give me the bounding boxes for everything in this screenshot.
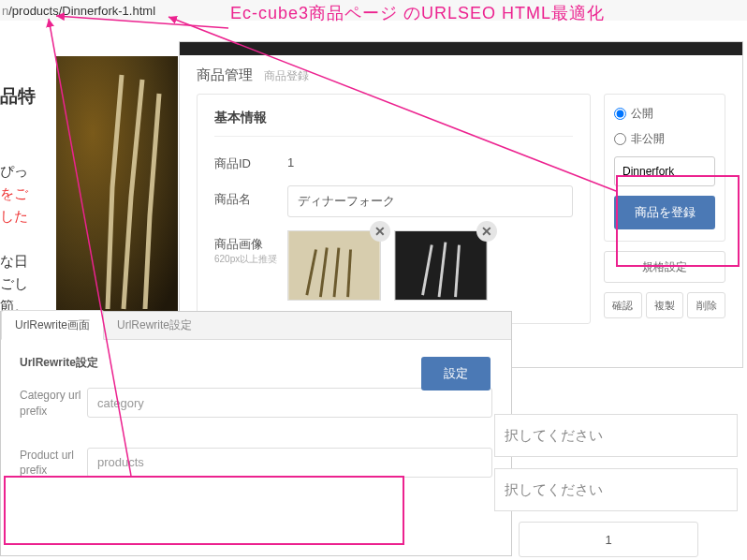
product-id-row: 商品ID 1 [214,150,573,172]
delete-button[interactable]: 削除 [687,292,725,318]
url-host-fragment: n [2,4,8,18]
action-buttons: 確認 複製 削除 [604,292,725,318]
breadcrumb-level2: 商品登録 [264,69,309,82]
radio-public[interactable]: 公開 [614,106,715,122]
seo-url-input[interactable] [614,156,715,186]
product-prefix-row: Product url prefix [20,448,492,479]
product-id-value: 1 [287,150,294,169]
tab-urlrewrite-settings[interactable]: UrlRewrite設定 [104,311,205,339]
background-text: 品特 ぴっ をご した な日 ごし 節。 [0,84,56,317]
category-prefix-row: Category url prefix [20,388,492,420]
publish-card: 公開 非公開 商品を登録 [604,94,725,242]
product-id-label: 商品ID [214,150,287,172]
duplicate-button[interactable]: 複製 [646,292,684,318]
product-image-label: 商品画像 620px以上推奨 [214,230,287,265]
tab-urlrewrite-screen[interactable]: UrlRewrite画面 [1,310,104,340]
product-prefix-label: Product url prefix [20,448,87,479]
remove-image-icon[interactable]: ✕ [370,221,390,242]
tabs: UrlRewrite画面 UrlRewrite設定 [1,312,511,340]
product-image-item[interactable]: ✕ [394,230,488,301]
quantity-input[interactable]: 1 [519,522,698,557]
product-prefix-input[interactable] [87,448,492,478]
bg-line: ごし [0,273,56,295]
breadcrumb: 商品管理 商品登録 [180,55,742,94]
url-path: /products/Dinnerfork-1.html [8,4,155,18]
urlrewrite-panel: UrlRewrite画面 UrlRewrite設定 UrlRewrite設定 C… [0,311,512,556]
bg-heading: 品特 [0,84,56,109]
partial-select-1[interactable]: 択してください [494,414,738,457]
radio-public-input[interactable] [614,108,626,120]
bg-line: ぴっ [0,160,56,183]
side-column: 公開 非公開 商品を登録 規格設定 確認 複製 削除 [604,94,725,324]
register-product-button[interactable]: 商品を登録 [614,196,715,229]
breadcrumb-level1[interactable]: 商品管理 [197,66,253,82]
remove-image-icon[interactable]: ✕ [476,221,497,242]
product-image-item[interactable]: ✕ [287,230,381,301]
rewrite-submit-button[interactable]: 設定 [421,357,491,391]
fork-thumb-dark [394,230,488,301]
basic-info-card: 基本情報 商品ID 1 商品名 商品画像 620px以上推奨 [197,94,591,324]
bg-line: をご [0,183,56,205]
bg-line: した [0,205,56,228]
spec-settings-button[interactable]: 規格設定 [604,251,725,283]
category-prefix-input[interactable] [87,388,492,418]
section-title: 基本情報 [214,110,573,137]
product-name-input[interactable] [287,185,573,217]
product-image-row: 商品画像 620px以上推奨 ✕ [214,230,573,301]
category-prefix-label: Category url prefix [20,388,87,420]
product-hero-image [56,56,178,312]
annotation-title: Ec-cube3商品ページ のURLSEO HTML最適化 [230,2,605,24]
radio-private[interactable]: 非公開 [614,131,715,147]
product-name-label: 商品名 [214,185,287,208]
admin-topbar [180,42,742,55]
radio-private-input[interactable] [614,133,626,145]
confirm-button[interactable]: 確認 [604,292,642,318]
fork-thumb-light [287,230,381,301]
product-name-row: 商品名 [214,185,573,217]
bg-line: な日 [0,250,56,273]
partial-select-2[interactable]: 択してください [494,468,738,511]
